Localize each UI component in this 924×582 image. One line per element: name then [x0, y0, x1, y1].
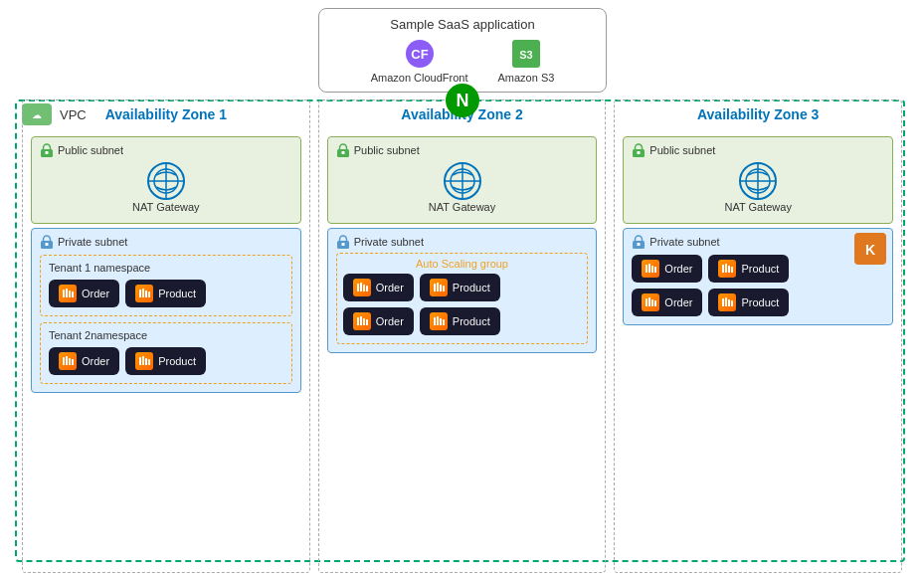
svg-rect-19	[142, 289, 144, 297]
svg-rect-47	[443, 286, 445, 291]
svg-rect-43	[366, 286, 368, 291]
az2-row1-order-btn[interactable]: Order	[343, 274, 414, 301]
az3-row1-order-btn[interactable]: Order	[632, 255, 702, 283]
az1-tenant1-services: Order Product	[49, 280, 283, 307]
public-subnet-lock-icon-1	[40, 143, 54, 157]
az1-tenant2-namespace: Tenant 2namespace Order Prod	[40, 322, 292, 384]
az3-nat-label: NAT Gateway	[724, 201, 791, 213]
svg-rect-26	[139, 357, 141, 365]
product-icon-3a	[718, 260, 736, 278]
private-subnet-lock-icon-1	[40, 235, 54, 249]
svg-rect-79	[725, 297, 727, 306]
svg-text:S3: S3	[519, 49, 532, 61]
svg-rect-53	[437, 316, 439, 325]
az-container: Availability Zone 1 Public subnet	[18, 99, 906, 573]
svg-rect-18	[139, 290, 141, 297]
az2-public-subnet: Public subnet NAT Gateway	[327, 136, 598, 224]
public-subnet-lock-icon-2	[336, 143, 350, 157]
nat-gateway-icon-1	[146, 161, 186, 201]
private-subnet-lock-icon-3	[632, 235, 646, 249]
s3-label: Amazon S3	[497, 72, 554, 84]
order-icon-1a	[59, 285, 77, 302]
product-icon-1a	[135, 285, 153, 302]
svg-rect-41	[360, 283, 362, 291]
az-zone-3: Availability Zone 3 Public subnet	[614, 99, 902, 573]
svg-rect-20	[145, 291, 147, 297]
az3-private-subnet: Private subnet K	[623, 228, 893, 325]
public-subnet-lock-icon-3	[632, 143, 646, 157]
svg-rect-7	[46, 151, 49, 154]
az2-row1-services: Order Product	[343, 274, 582, 301]
svg-rect-81	[731, 300, 733, 306]
svg-rect-44	[434, 284, 436, 291]
svg-rect-78	[722, 298, 724, 306]
svg-rect-24	[69, 358, 71, 365]
svg-rect-70	[722, 265, 724, 273]
svg-rect-28	[145, 358, 147, 365]
k8s-icon: K	[854, 233, 886, 269]
svg-rect-40	[357, 284, 359, 291]
az1-tenant2-services: Order Product	[49, 347, 283, 375]
svg-text:N: N	[456, 91, 468, 110]
svg-rect-74	[646, 298, 647, 306]
az2-private-subnet: Private subnet Auto Scaling group Order	[327, 228, 598, 353]
svg-rect-15	[66, 289, 68, 297]
az2-row1-product-btn[interactable]: Product	[420, 274, 500, 301]
s3-icon: S3	[510, 38, 542, 70]
az2-row1: Order Product	[343, 274, 582, 301]
order-icon-2a	[353, 279, 371, 296]
az3-row2-services: Order Product	[632, 289, 884, 316]
svg-rect-54	[440, 318, 442, 325]
svg-rect-57	[638, 151, 641, 154]
svg-rect-72	[728, 266, 730, 273]
az1-public-subnet: Public subnet NAT Gateway	[31, 136, 301, 224]
az2-row2: Order Product	[343, 307, 582, 335]
az1-nat-label: NAT Gateway	[132, 201, 199, 213]
svg-rect-55	[443, 319, 445, 325]
az3-private-label: Private subnet	[649, 236, 719, 248]
svg-rect-73	[731, 267, 733, 273]
product-icon-2a	[430, 279, 448, 296]
svg-rect-69	[654, 267, 656, 273]
svg-rect-33	[341, 151, 344, 154]
az2-row2-product-btn[interactable]: Product	[420, 307, 500, 335]
az1-tenant2-product-btn[interactable]: Product	[125, 347, 206, 375]
svg-rect-51	[366, 319, 368, 325]
cloudfront-icon: CF	[404, 38, 436, 70]
az3-row2: Order Product	[632, 289, 884, 316]
nginx-icon: N	[445, 83, 480, 122]
az1-tenant1-order-btn[interactable]: Order	[49, 280, 119, 307]
s3-service: S3 Amazon S3	[497, 38, 554, 84]
svg-rect-23	[66, 356, 68, 365]
auto-scaling-label: Auto Scaling group	[343, 258, 582, 270]
az1-private-subnet: Private subnet Tenant 1 namespace Order	[31, 228, 301, 393]
product-icon-2b	[430, 312, 448, 330]
svg-rect-39	[341, 243, 344, 246]
svg-text:CF: CF	[411, 47, 428, 62]
az1-tenant1-product-btn[interactable]: Product	[125, 280, 206, 307]
az2-public-label: Public subnet	[354, 144, 420, 156]
svg-rect-25	[72, 359, 74, 365]
az1-private-label: Private subnet	[58, 236, 127, 248]
svg-rect-16	[69, 291, 71, 297]
az2-private-label: Private subnet	[354, 236, 424, 248]
svg-rect-48	[357, 317, 359, 325]
diagram-container: Sample SaaS application CF Amazon CloudF…	[0, 0, 924, 582]
az3-row2-product-btn[interactable]: Product	[708, 289, 789, 316]
svg-rect-46	[440, 285, 442, 291]
az1-tenant2-order-btn[interactable]: Order	[49, 347, 119, 375]
az2-nat-label: NAT Gateway	[429, 201, 495, 213]
az2-row2-order-btn[interactable]: Order	[343, 307, 414, 335]
product-icon-1b	[135, 352, 153, 370]
az3-row2-order-btn[interactable]: Order	[632, 289, 702, 316]
az1-public-label: Public subnet	[58, 144, 123, 156]
svg-rect-77	[654, 300, 656, 306]
az-zone-1: Availability Zone 1 Public subnet	[22, 99, 310, 573]
svg-rect-76	[651, 299, 653, 306]
svg-rect-13	[46, 243, 49, 246]
az3-row1-product-btn[interactable]: Product	[708, 255, 789, 283]
az2-row2-services: Order Product	[343, 307, 582, 335]
product-icon-3b	[718, 293, 736, 311]
svg-rect-80	[728, 299, 730, 306]
private-subnet-lock-icon-2	[336, 235, 350, 249]
